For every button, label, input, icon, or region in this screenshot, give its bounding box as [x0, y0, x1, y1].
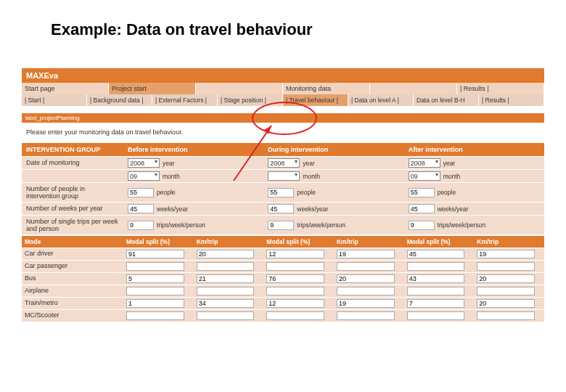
mode-input-3-4[interactable]	[407, 287, 465, 295]
month-select-1[interactable]	[268, 171, 300, 181]
cell-3-2: trips/week/person	[404, 215, 544, 234]
app-frame: MAXEva Start pageProject startMonitoring…	[22, 68, 544, 322]
cell-1-1: people	[263, 182, 403, 202]
mode-cell-3-2	[263, 285, 334, 297]
mode-label-3: Airplane	[22, 285, 123, 297]
mode-input-4-3[interactable]	[337, 299, 395, 308]
tab-l1-2[interactable]	[196, 83, 283, 94]
cell-0-2-month: 09month	[404, 169, 544, 182]
cell-0-1-year: 2008year	[263, 156, 403, 169]
month-select-2[interactable]: 09	[409, 171, 440, 181]
mode-input-0-1[interactable]	[197, 250, 255, 258]
mode-cell-5-0	[123, 309, 194, 322]
input-2-0[interactable]	[128, 204, 154, 213]
mode-input-2-0[interactable]	[126, 274, 184, 283]
mode-input-5-0[interactable]	[126, 311, 184, 320]
intervention-metrics-table: INTERVENTION GROUPBefore interventionDur…	[22, 143, 544, 234]
mode-col-header-2: Modal split (%)	[263, 236, 334, 248]
mode-input-3-5[interactable]	[477, 287, 535, 295]
mode-cell-0-5	[474, 248, 544, 260]
mode-cell-0-0	[123, 248, 194, 260]
mode-cell-0-3	[334, 248, 404, 260]
period-header-1: During intervention	[263, 143, 403, 156]
mode-input-3-2[interactable]	[266, 287, 324, 295]
mode-input-2-4[interactable]	[407, 274, 465, 283]
year-select-0[interactable]: 2008	[128, 158, 160, 168]
tab-l2-3[interactable]: | Stage position |	[218, 94, 283, 106]
mode-input-4-4[interactable]	[407, 299, 465, 308]
mode-cell-2-2	[263, 272, 334, 285]
tab-l1-1[interactable]: Project start	[109, 83, 196, 94]
mode-input-2-2[interactable]	[266, 274, 324, 283]
year-select-2[interactable]: 2008	[409, 158, 440, 168]
tab-l2-0[interactable]: | Start |	[22, 94, 87, 106]
mode-input-1-0[interactable]	[126, 262, 184, 271]
mode-input-3-1[interactable]	[197, 287, 255, 295]
mode-input-2-1[interactable]	[197, 274, 255, 283]
mode-col-header-3: Km/trip	[334, 236, 404, 248]
mode-input-5-3[interactable]	[337, 311, 395, 320]
mode-col-header-5: Km/trip	[474, 236, 544, 248]
mode-cell-2-5	[474, 272, 544, 285]
mode-input-5-1[interactable]	[197, 311, 255, 320]
mode-input-0-3[interactable]	[337, 250, 395, 258]
row-label-1: Number of people in intervention group	[22, 182, 123, 202]
tab-l2-5[interactable]: | Data on level A |	[348, 94, 414, 106]
input-3-2[interactable]	[409, 221, 435, 230]
tab-l1-4[interactable]	[370, 83, 457, 94]
mode-input-0-4[interactable]	[407, 250, 465, 258]
mode-cell-1-3	[334, 260, 404, 272]
tab-l1-0[interactable]: Start page	[22, 83, 109, 94]
input-1-0[interactable]	[128, 188, 154, 197]
tab-l2-4[interactable]: | Travel behaviour |	[283, 94, 348, 106]
mode-input-5-4[interactable]	[407, 311, 465, 320]
mode-input-1-3[interactable]	[337, 262, 395, 271]
mode-input-4-1[interactable]	[197, 299, 255, 308]
tab-l1-3[interactable]: Monitoring data	[283, 83, 370, 94]
mode-cell-4-4	[404, 297, 475, 309]
mode-input-2-5[interactable]	[477, 274, 535, 283]
slide-title: Example: Data on travel behaviour	[0, 0, 566, 39]
mode-split-table: ModeModal split (%)Km/tripModal split (%…	[22, 236, 544, 322]
month-select-0[interactable]: 09	[128, 171, 160, 181]
input-1-2[interactable]	[409, 188, 435, 197]
cell-0-2-year: 2008year	[404, 156, 544, 169]
mode-cell-4-2	[263, 297, 334, 309]
mode-cell-1-2	[263, 260, 334, 272]
tab-l2-2[interactable]: | External Factors |	[152, 94, 218, 106]
mode-cell-0-4	[404, 248, 475, 260]
mode-input-5-5[interactable]	[477, 311, 535, 320]
mode-input-0-0[interactable]	[126, 250, 184, 258]
mode-input-3-3[interactable]	[337, 287, 395, 295]
mode-input-4-0[interactable]	[126, 299, 184, 308]
mode-cell-2-4	[404, 272, 475, 285]
row-label-0: Date of monitoring	[22, 156, 123, 169]
mode-input-4-5[interactable]	[477, 299, 535, 308]
input-2-1[interactable]	[268, 204, 294, 213]
year-select-1[interactable]: 2008	[268, 158, 300, 168]
unit-month: month	[443, 173, 461, 180]
mode-input-1-2[interactable]	[266, 262, 324, 271]
input-2-2[interactable]	[409, 204, 435, 213]
mode-input-4-2[interactable]	[266, 299, 324, 308]
tab-l1-5[interactable]: | Results |	[457, 83, 544, 94]
mode-input-0-5[interactable]	[477, 250, 535, 258]
mode-input-1-5[interactable]	[477, 262, 535, 271]
mode-input-5-2[interactable]	[266, 311, 324, 320]
unit-2: weeks/year	[297, 205, 328, 213]
mode-input-3-0[interactable]	[126, 287, 184, 295]
mode-input-2-3[interactable]	[337, 274, 395, 283]
unit-1: people	[157, 189, 176, 196]
input-3-0[interactable]	[128, 221, 154, 230]
tab-l2-1[interactable]: | Background data |	[87, 94, 152, 106]
mode-input-0-2[interactable]	[266, 250, 324, 258]
input-3-1[interactable]	[268, 221, 294, 230]
input-1-1[interactable]	[268, 188, 294, 197]
tab-l2-6[interactable]: Data on level B-H	[414, 94, 479, 106]
tab-l2-7[interactable]: | Results |	[479, 94, 544, 106]
unit-year: year	[163, 160, 175, 167]
cell-2-2: weeks/year	[404, 202, 544, 215]
mode-input-1-1[interactable]	[197, 262, 255, 271]
cell-0-1-month: month	[263, 169, 403, 182]
mode-input-1-4[interactable]	[407, 262, 465, 271]
